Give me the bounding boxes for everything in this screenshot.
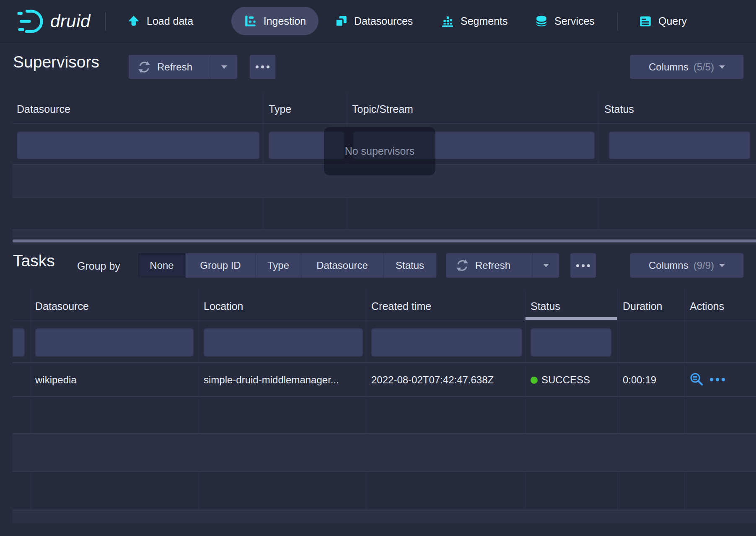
- load-data-icon: [127, 15, 140, 28]
- brand-name: druid: [50, 11, 91, 31]
- nav-segments[interactable]: Segments: [441, 0, 508, 42]
- druid-logo-icon: [16, 8, 45, 34]
- chevron-down-icon: [221, 65, 227, 69]
- cell-datasource: wikipedia: [35, 374, 77, 386]
- refresh-icon: [456, 259, 469, 272]
- tasks-more-button[interactable]: [570, 253, 596, 278]
- nav-label: Services: [554, 15, 595, 27]
- task-col-duration[interactable]: Duration: [623, 300, 663, 312]
- columns-label: Columns: [649, 61, 689, 73]
- group-by-label: Group by: [77, 260, 120, 272]
- table-row: [13, 434, 756, 472]
- sup-col-topic-stream[interactable]: Topic/Stream: [352, 103, 413, 115]
- supervisors-columns-button[interactable]: Columns (5/5): [630, 55, 743, 79]
- cell-duration: 0:00:19: [623, 374, 656, 386]
- task-filter-location[interactable]: [204, 328, 363, 356]
- tasks-columns-button[interactable]: Columns (9/9): [630, 253, 743, 278]
- nav-services[interactable]: Services: [535, 0, 595, 42]
- ingestion-icon: [244, 14, 257, 28]
- sup-col-status[interactable]: Status: [604, 103, 634, 115]
- brand[interactable]: druid: [16, 0, 91, 42]
- sup-col-datasource[interactable]: Datasource: [17, 103, 70, 115]
- nav-load-data[interactable]: Load data: [127, 0, 193, 42]
- cell-location: simple-druid-middlemanager...: [204, 374, 339, 386]
- chevron-down-icon: [719, 264, 725, 267]
- supervisors-title: Supervisors: [13, 53, 99, 71]
- table-row: [13, 510, 756, 523]
- query-icon: [639, 15, 652, 28]
- group-by-group-id-button[interactable]: Group ID: [186, 253, 256, 278]
- sup-filter-status[interactable]: [609, 131, 750, 159]
- task-col-actions[interactable]: Actions: [690, 300, 724, 312]
- supervisors-refresh-button[interactable]: Refresh: [129, 55, 211, 79]
- top-nav: druid Load data Ingestion: [0, 0, 756, 43]
- druid-console: druid Load data Ingestion: [0, 0, 756, 536]
- task-filter-created-time[interactable]: [371, 328, 522, 356]
- nav-label: Segments: [461, 15, 508, 27]
- chevron-down-icon: [719, 65, 725, 69]
- nav-divider: [105, 12, 106, 31]
- datasources-icon: [334, 15, 348, 28]
- task-filter-clipped[interactable]: [13, 328, 25, 356]
- tasks-refresh-button[interactable]: Refresh: [446, 253, 533, 278]
- group-by-type-button[interactable]: Type: [256, 253, 301, 278]
- task-col-status[interactable]: Status: [531, 300, 560, 312]
- header-divider: [13, 123, 756, 124]
- supervisors-more-button[interactable]: [250, 55, 275, 79]
- nav-datasources[interactable]: Datasources: [334, 0, 413, 42]
- refresh-label: Refresh: [157, 61, 192, 73]
- tasks-title: Tasks: [13, 252, 55, 270]
- nav-query[interactable]: Query: [639, 0, 687, 42]
- group-by-none-button[interactable]: None: [138, 253, 186, 278]
- columns-label: Columns: [649, 260, 689, 271]
- no-supervisors-message: No supervisors: [324, 127, 435, 175]
- success-status-dot: [531, 377, 538, 384]
- sup-col-type[interactable]: Type: [269, 103, 291, 115]
- tasks-refresh-dropdown[interactable]: [533, 253, 559, 278]
- table-row: [13, 230, 756, 237]
- nav-divider: [617, 12, 618, 31]
- task-filter-datasource[interactable]: [35, 328, 194, 356]
- group-by-status-button[interactable]: Status: [383, 253, 436, 278]
- nav-label: Query: [658, 15, 687, 27]
- supervisors-horizontal-scrollbar[interactable]: [13, 239, 756, 242]
- services-icon: [535, 15, 548, 28]
- refresh-icon: [138, 61, 150, 73]
- refresh-label: Refresh: [475, 260, 510, 271]
- task-col-location[interactable]: Location: [204, 300, 243, 312]
- columns-count: (5/5): [694, 61, 714, 73]
- nav-ingestion[interactable]: Ingestion: [231, 7, 318, 35]
- nav-label: Ingestion: [264, 15, 306, 27]
- task-filter-status[interactable]: [531, 328, 611, 356]
- task-actions-menu-icon[interactable]: [710, 378, 725, 381]
- task-col-created-time[interactable]: Created time: [371, 300, 431, 312]
- columns-count: (9/9): [694, 260, 714, 271]
- group-by-datasource-button[interactable]: Datasource: [301, 253, 383, 278]
- cell-status: SUCCESS: [541, 374, 590, 386]
- ellipsis-icon: [570, 264, 596, 267]
- group-by-button-group: None Group ID Type Datasource Status: [138, 253, 436, 278]
- nav-label: Load data: [147, 15, 193, 27]
- chevron-down-icon: [543, 264, 549, 267]
- task-detail-magnifier-icon[interactable]: [689, 372, 705, 388]
- ellipsis-icon: [250, 65, 275, 68]
- sup-filter-datasource[interactable]: [17, 131, 259, 159]
- task-col-datasource[interactable]: Datasource: [35, 300, 89, 312]
- supervisors-refresh-dropdown[interactable]: [211, 55, 237, 79]
- cell-created-time: 2022-08-02T07:42:47.638Z: [371, 374, 494, 386]
- segments-icon: [441, 15, 454, 28]
- nav-label: Datasources: [354, 15, 413, 27]
